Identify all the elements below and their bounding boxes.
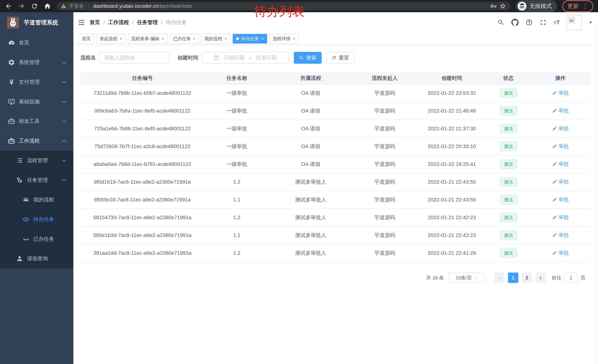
reload-icon[interactable] [31, 2, 38, 10]
sidebar-item-done-tasks[interactable]: 已办任务 [0, 229, 73, 249]
search-button[interactable]: 搜索 [294, 52, 322, 64]
sidebar-item-system[interactable]: 系统管理 [0, 53, 73, 72]
breadcrumb: 首页 / 工作流程 / 任务管理 / 待办任务 [90, 19, 187, 26]
page-size-select[interactable]: 10条/页 [449, 273, 484, 283]
approve-link[interactable]: 审批 [552, 250, 569, 256]
home-icon[interactable] [44, 2, 51, 10]
date-range-picker[interactable]: 开始日期 - 结束日期 [201, 52, 289, 64]
sidebar-item-payment[interactable]: ¥ 支付管理 [0, 72, 73, 92]
tab-my-process[interactable]: 我的流程× [201, 34, 231, 43]
robot-icon [22, 196, 30, 204]
close-icon[interactable]: × [261, 36, 264, 41]
help-icon[interactable] [525, 19, 533, 26]
approve-link[interactable]: 审批 [552, 214, 569, 221]
approve-link[interactable]: 审批 [552, 107, 569, 114]
close-icon[interactable]: × [162, 36, 164, 41]
process-cell: OA 请假 [269, 161, 352, 168]
task-name-cell: 一级审批 [204, 90, 269, 97]
page-2-button[interactable]: 2 [522, 273, 532, 283]
task-name-cell: 1.1 [204, 232, 269, 238]
approve-link[interactable]: 审批 [552, 232, 569, 238]
task-id-cell: 725a1eb6-7b88-11ec-8ef0-acde48001122 [80, 126, 204, 132]
task-id-cell: 8f0d1619-7ac8-11ec-a9e2-a2380e71991a [80, 179, 204, 185]
forward-icon[interactable] [18, 2, 25, 10]
browser-menu-icon[interactable]: ⋮ [582, 3, 588, 10]
page-unit-label: 页 [581, 275, 585, 281]
fullscreen-icon[interactable] [540, 19, 547, 26]
update-label: 更新 [567, 2, 579, 10]
breadcrumb-workflow[interactable]: 工作流程 [108, 19, 129, 26]
sidebar-toggle-icon[interactable] [77, 18, 86, 26]
avatar-caret-icon[interactable]: ▼ [589, 20, 592, 25]
bookmark-star-icon[interactable] [499, 3, 506, 9]
process-cell: 测试多审批人 [269, 178, 352, 186]
back-icon[interactable] [5, 2, 12, 10]
update-button[interactable]: 更新 ⋮ [562, 0, 593, 12]
tab-process-detail[interactable]: 流程详情× [269, 34, 299, 43]
sidebar-item-my-process[interactable]: 我的流程 [0, 190, 73, 210]
approve-link[interactable]: 审批 [552, 90, 569, 96]
process-name-input[interactable] [99, 52, 170, 64]
user-icon [16, 255, 24, 263]
page-1-button[interactable]: 1 [508, 273, 518, 283]
github-icon[interactable] [511, 19, 519, 26]
tab-done-tasks[interactable]: 已办任务× [170, 34, 199, 43]
tab-form-edit[interactable]: 流程表单-编辑× [128, 34, 167, 43]
reset-button[interactable]: 重置 [326, 52, 355, 64]
task-name-cell: 一级审批 [204, 161, 269, 168]
starter-cell: 芋道源码 [352, 125, 417, 132]
tab-todo-tasks[interactable]: 待办任务× [233, 34, 267, 43]
font-size-icon[interactable]: TT [554, 19, 560, 25]
approve-link[interactable]: 审批 [552, 161, 569, 167]
sidebar-item-devtools[interactable]: 研发工具 [0, 112, 73, 131]
search-icon[interactable] [497, 19, 505, 26]
table-row: 8f059c03-7ac8-11ec-a9e2-a2380e71991a 1.1… [80, 191, 590, 209]
close-icon[interactable]: × [224, 36, 227, 41]
tab-home[interactable]: 首页 [79, 34, 94, 43]
approve-link[interactable]: 审批 [552, 196, 569, 203]
approve-link[interactable]: 审批 [552, 178, 569, 185]
table-body: 73211d9d-7b9b-11ec-b5b7-acde48001122 一级审… [80, 84, 590, 262]
approve-link[interactable]: 审批 [552, 143, 569, 150]
screen: 不安全 dashboard.yudao.iocoder.cn/bpm/task/… [0, 0, 598, 364]
table-row: 58154733-7ac8-11ec-a9e2-a2380e71991a 1.2… [80, 209, 590, 226]
password-key-icon[interactable] [490, 3, 497, 9]
header-process: 所属流程 [269, 75, 352, 82]
goto-page-input[interactable] [564, 273, 578, 283]
avatar[interactable] [566, 15, 582, 30]
tasks-table: 任务编号 任务名称 所属流程 流程发起人 创建时间 状态 操作 73211d9d… [80, 72, 590, 262]
status-badge: 激活 [500, 177, 517, 187]
approve-link[interactable]: 审批 [552, 125, 569, 132]
sidebar-item-home[interactable]: 首页 [0, 33, 73, 53]
scrollbar[interactable] [594, 24, 598, 364]
close-icon[interactable]: × [293, 36, 295, 41]
next-page-button[interactable]: › [535, 273, 546, 283]
process-cell: OA 请假 [269, 107, 352, 114]
table-row: 73211d9d-7b9b-11ec-b5b7-acde48001122 一级审… [80, 84, 590, 102]
task-name-cell: 1.1 [204, 197, 269, 203]
created-cell: 2022-01-22 18:25:41 [417, 161, 487, 167]
breadcrumb-task-mgmt[interactable]: 任务管理 [137, 19, 158, 26]
sidebar-item-todo-tasks[interactable]: 待办任务 [0, 210, 73, 229]
task-name-cell: 1.2 [204, 215, 269, 220]
close-icon[interactable]: × [193, 36, 196, 41]
chevron-down-icon [475, 276, 478, 279]
app-logo[interactable]: 芋道管理系统 [0, 12, 73, 33]
sidebar-item-infra[interactable]: 基础设施 [0, 92, 73, 112]
close-icon[interactable]: × [120, 36, 122, 41]
tab-start-process[interactable]: 发起流程× [96, 34, 126, 43]
end-date-placeholder: 结束日期 [256, 54, 277, 61]
sidebar-item-task-mgmt[interactable]: 任务管理 [0, 170, 73, 190]
starter-cell: 芋道源码 [352, 196, 417, 203]
status-badge: 激活 [500, 124, 517, 133]
sidebar-item-workflow[interactable]: 工作流程 [0, 131, 73, 151]
edit-icon [552, 251, 557, 255]
monitor-icon [8, 97, 16, 106]
prev-page-button[interactable]: ‹ [494, 273, 505, 283]
sidebar-item-process-mgmt[interactable]: 流程管理 [0, 151, 73, 170]
task-name-cell: 一级审批 [204, 125, 269, 132]
breadcrumb-home[interactable]: 首页 [90, 19, 100, 26]
chevron-up-icon [62, 179, 66, 183]
header-status: 状态 [486, 75, 530, 82]
sidebar-item-leave-query[interactable]: 请假查询 [0, 249, 73, 268]
